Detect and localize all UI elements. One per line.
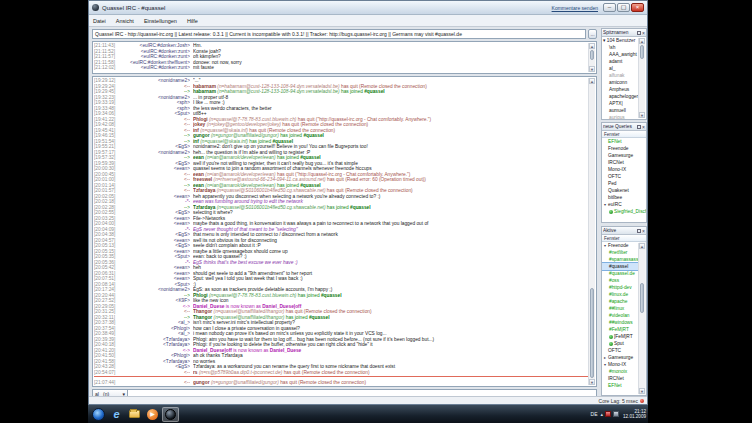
menu-item-ansicht[interactable]: Ansicht	[116, 18, 134, 24]
queries-panel: neue Queries × Fenster EFNetFreenodeGame…	[601, 122, 647, 223]
dock-close-icon[interactable]: ×	[642, 31, 645, 35]
hostmask: (n=rhverse@astound-66-234-094-11.ca.asto…	[214, 177, 326, 182]
chat-monitor-scrollbar[interactable]: ▲ ▼	[588, 43, 595, 72]
active-buffer-item[interactable]: Sput	[602, 340, 639, 347]
topic-input[interactable]: Quassel IRC - http://quassel-irc.org || …	[92, 29, 586, 39]
query-buffer-item[interactable]: Ped	[602, 180, 646, 187]
status-bar: Core Lag: 5 msec	[89, 396, 647, 404]
scroll-down-icon[interactable]: ▼	[639, 112, 645, 118]
taskbar-button-explorer-folder-icon[interactable]	[126, 407, 143, 422]
user-online-icon	[609, 335, 613, 339]
active-buffer-item[interactable]: #httpd-dev	[602, 284, 639, 291]
chat-monitor-pane[interactable]: [21:11:43]<euIRC:#donken:Josh>Hm.[21:11:…	[92, 41, 597, 74]
active-buffer-item[interactable]: #FeM|RT	[602, 326, 639, 333]
active-buffer-item[interactable]: #videolan	[602, 312, 639, 319]
maximize-button[interactable]: ▢	[617, 3, 630, 12]
active-buffer-item[interactable]: IRCNet	[602, 375, 639, 382]
message-text: gungor (n=gungor@unaffiliated/gungor) ha…	[193, 380, 588, 385]
nicklist-scrollbar[interactable]: ▲ ▼	[638, 38, 645, 118]
taskbar-button-media-player-icon[interactable]: ▶	[144, 407, 161, 422]
user-online-icon	[609, 342, 613, 346]
tree-expand-icon[interactable]: ▸	[604, 354, 608, 361]
active-buffer-item[interactable]: #monoix	[602, 368, 639, 375]
title-bar[interactable]: Quassel IRC - #quassel Kommentare senden…	[89, 1, 647, 15]
active-buffer-item[interactable]: ##windows	[602, 319, 639, 326]
menu-item-einstellungen[interactable]: Einstellungen	[144, 18, 177, 24]
explorer-folder-icon	[129, 410, 140, 418]
taskbar-clock[interactable]: 21:12 12.01.2009	[623, 409, 646, 419]
active-buffer-item[interactable]: #apache	[602, 298, 639, 305]
scrollbar-thumb[interactable]	[590, 50, 594, 60]
window-title: Quassel IRC - #quassel	[102, 5, 165, 11]
taskbar-button-quassel-icon[interactable]	[162, 407, 179, 422]
taskbar-button-start-orb[interactable]	[90, 407, 107, 422]
active-buffer-item[interactable]: #oss	[602, 277, 639, 284]
scroll-down-icon[interactable]: ▼	[589, 66, 595, 72]
menu-item-datei[interactable]: Datei	[93, 18, 106, 24]
hostmask: (n=quassel@skaia.inf)	[200, 128, 248, 133]
active-buffer-item[interactable]: [FeM]RT	[602, 333, 639, 340]
minimize-button[interactable]: –	[603, 3, 616, 12]
menu-bar: DateiAnsichtEinstellungenHilfe	[89, 15, 647, 27]
query-buffer-item[interactable]: Quakenet	[602, 187, 646, 194]
clock-date: 12.01.2009	[623, 414, 646, 419]
start-orb	[92, 408, 105, 421]
tree-expand-icon[interactable]: ▾	[604, 242, 608, 249]
query-buffer-item[interactable]: Gamesurge	[602, 152, 646, 159]
active-buffer-item[interactable]: #linux.de	[602, 291, 639, 298]
active-buffer-item[interactable]: ▾Freenode	[602, 242, 639, 249]
active-buffer-item[interactable]: #quassel.de	[602, 270, 639, 277]
active-buffer-item[interactable]: ##linux	[602, 305, 639, 312]
network-tray-icon[interactable]	[613, 411, 619, 417]
taskbar-button-ie-icon[interactable]: e	[108, 407, 125, 422]
core-lag-label: Core Lag: 5 msec	[599, 398, 638, 404]
active-buffer-item[interactable]: OFTC	[602, 347, 639, 354]
query-buffer-item[interactable]: Mono-IX	[602, 166, 646, 173]
chat-view[interactable]: [19:29:12]<nonidname2>"..."[19:29:24]<--…	[92, 76, 597, 387]
active-buffer-item[interactable]: ▸Gamesurge	[602, 354, 639, 361]
scroll-up-icon[interactable]: ▲	[589, 78, 595, 84]
dock-close-icon[interactable]: ×	[642, 125, 645, 129]
dock-close-icon[interactable]: ×	[642, 229, 645, 233]
column-header[interactable]: Fenster	[602, 235, 646, 242]
dock-float-icon[interactable]	[637, 229, 641, 233]
topic-edit-button[interactable]: ...	[588, 29, 597, 39]
language-indicator[interactable]: DE	[591, 411, 598, 417]
active-scrollbar[interactable]: ▲ ▼	[638, 243, 645, 394]
nick: Phlogi	[193, 117, 208, 122]
active-buffer-item[interactable]: EFNet	[602, 382, 639, 389]
query-buffer-item[interactable]: OFTC	[602, 173, 646, 180]
query-buffer-item[interactable]: EFNet	[602, 138, 646, 145]
query-buffer-item[interactable]: bitlbee	[602, 194, 646, 201]
scroll-down-icon[interactable]: ▼	[639, 388, 645, 394]
active-buffer-item[interactable]: #spamassassin	[602, 256, 639, 263]
scrollbar-thumb[interactable]	[590, 288, 594, 378]
active-buffer-item[interactable]: ▾Mono-IX	[602, 361, 639, 368]
scroll-down-icon[interactable]: ▼	[589, 379, 595, 385]
query-buffer-item[interactable]: IRCNet	[602, 159, 646, 166]
dock-float-icon[interactable]	[637, 125, 641, 129]
close-button[interactable]: ×	[631, 3, 644, 12]
active-buffer-item[interactable]: #netfilter	[602, 249, 639, 256]
alert-tray-icon[interactable]	[605, 411, 611, 417]
scroll-up-icon[interactable]: ▲	[639, 38, 645, 44]
scroll-up-icon[interactable]: ▲	[639, 243, 645, 249]
lag-indicator-icon	[640, 399, 644, 403]
tree-expand-icon[interactable]: ▾	[604, 201, 608, 208]
scrollbar-thumb[interactable]	[640, 45, 644, 59]
query-buffer-item[interactable]: ▾euIRC	[602, 201, 646, 208]
query-buffer-item[interactable]: Siegfried_Disch...	[602, 208, 646, 215]
column-header[interactable]: Fenster	[602, 131, 646, 138]
active-buffer-item[interactable]: #quassel	[602, 263, 639, 270]
dock-float-icon[interactable]	[637, 31, 641, 35]
hidden-icons-chevron-icon[interactable]: ▴	[600, 411, 603, 417]
tree-expand-icon[interactable]: ▾	[604, 361, 608, 368]
scroll-up-icon[interactable]: ▲	[589, 43, 595, 49]
scrollbar-thumb[interactable]	[640, 283, 644, 313]
channel: #quassel	[272, 139, 293, 144]
menu-item-hilfe[interactable]: Hilfe	[187, 18, 198, 24]
query-buffer-item[interactable]: Freenode	[602, 145, 646, 152]
chat-scrollbar[interactable]: ▲ ▼	[588, 78, 595, 385]
hostmask: (n=quassel@skaia.inf)	[200, 139, 248, 144]
send-feedback-link[interactable]: Kommentare senden	[552, 5, 598, 11]
